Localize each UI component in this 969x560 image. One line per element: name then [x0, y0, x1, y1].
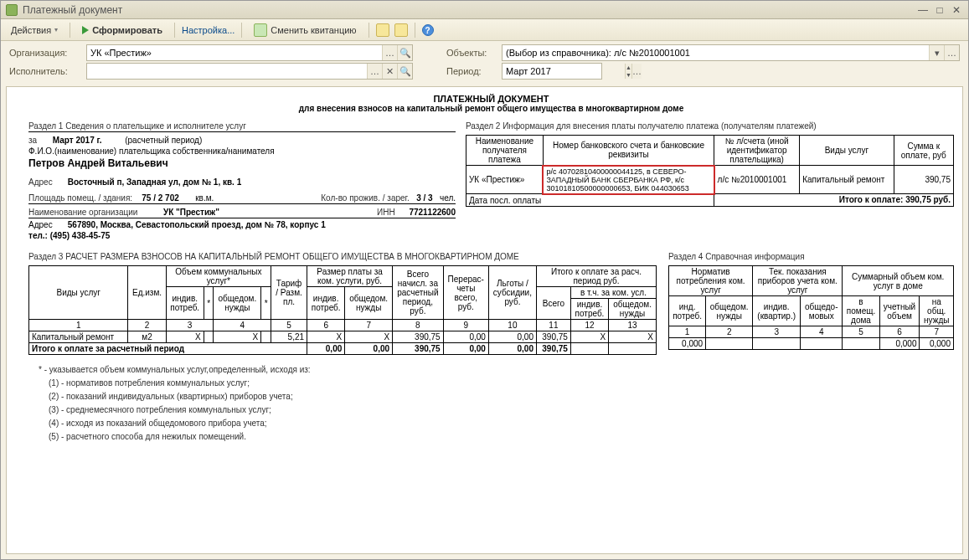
section3-title: Раздел 3 РАСЧЕТ РАЗМЕРА ВЗНОСОВ НА КАПИТ… — [28, 252, 657, 262]
footnotes: * - указывается объем коммунальных услуг… — [28, 363, 954, 444]
people-unit: чел. — [440, 193, 456, 203]
tool-icon-1[interactable] — [376, 23, 389, 37]
app-icon — [6, 4, 18, 16]
objects-input[interactable] — [503, 48, 929, 58]
addr2-label: Адрес — [28, 220, 65, 229]
za-label: за — [28, 136, 50, 145]
form-label: Сформировать — [92, 25, 162, 35]
executor-dots-button[interactable]: … — [367, 64, 382, 79]
chevron-down-icon: ▾ — [54, 26, 58, 33]
orgname-label: Наименование организации — [28, 208, 137, 217]
fio-label: Ф.И.О.(наименование) плательщика собстве… — [28, 146, 456, 156]
maximize-button[interactable]: □ — [933, 4, 946, 16]
s4-row: 0,000 0,000 0,000 — [669, 338, 954, 350]
s2-h2: Номер банковского счета и банковские рек… — [543, 136, 714, 166]
actions-menu[interactable]: Действия ▾ — [6, 23, 63, 37]
section3-table: Виды услуг Ед.изм. Объем коммунальных ус… — [28, 265, 657, 355]
section4-title: Раздел 4 Справочная информация — [668, 252, 954, 262]
period-up-button[interactable]: ▲ — [625, 64, 631, 71]
doc-subtitle: для внесения взносов на капитальный ремо… — [28, 104, 954, 113]
s2-r1c3: л/с №2010001001 — [714, 166, 800, 194]
section1-title: Раздел 1 Сведения о плательщике и исполн… — [28, 121, 456, 132]
titlebar: Платежный документ — □ ✕ — [1, 1, 968, 19]
objects-dots-button[interactable]: … — [944, 45, 959, 60]
section2-table: Наименование получателя платежа Номер ба… — [466, 135, 954, 207]
addr2-value: 567890, Москва, Севастопольский проезд, … — [68, 220, 326, 229]
payer-addr: Восточный п, Западная ул, дом № 1, кв. 1 — [68, 177, 241, 187]
org-search-button[interactable]: 🔍 — [397, 45, 412, 60]
orgname-value: УК "Престиж" — [163, 208, 219, 217]
doc-title: ПЛАТЕЖНЫЙ ДОКУМЕНТ — [28, 94, 954, 104]
settings-link[interactable]: Настройка... — [182, 25, 235, 35]
s2-h1: Наименование получателя платежа — [466, 136, 544, 166]
tel-value: (495) 438-45-75 — [50, 231, 111, 240]
period-input[interactable] — [503, 66, 625, 76]
s2-r1c5: 390,75 — [894, 166, 954, 194]
s2-foot-left: Дата посл. оплаты — [466, 194, 714, 207]
executor-clear-button[interactable]: ✕ — [382, 64, 397, 79]
actions-label: Действия — [11, 25, 51, 35]
s2-r1c1: УК «Престиж» — [466, 166, 544, 194]
change-receipt-button[interactable]: Сменить квитанцию — [249, 22, 361, 39]
payer-fio: Петров Андрей Витальевич — [28, 157, 456, 169]
executor-search-button[interactable]: 🔍 — [397, 64, 412, 79]
executor-input[interactable] — [87, 66, 367, 76]
note-4: (4) - исходя из показаний общедомового п… — [49, 417, 954, 430]
receipt-icon — [254, 23, 267, 37]
area-label: Площадь помещ. / здания: — [28, 193, 132, 203]
form-button[interactable]: Сформировать — [77, 23, 168, 37]
org-dots-button[interactable]: … — [382, 45, 397, 60]
section2-title: Раздел 2 Информация для внесения платы п… — [466, 121, 954, 131]
people-label: Кол-во прожив. / зарег. — [321, 193, 409, 203]
tel-label: тел.: — [28, 231, 48, 240]
s2-row: УК «Престиж» р/с 40702810400000044125, в… — [466, 166, 954, 194]
area-unit: кв.м. — [195, 193, 214, 203]
note-3: (3) - среднемесячного потребления коммун… — [49, 403, 954, 417]
period-label: Период: — [446, 66, 497, 76]
s2-h5: Сумма к оплате, руб — [894, 136, 954, 166]
period-combo[interactable]: ▲ ▼ … — [502, 63, 602, 80]
minimize-button[interactable]: — — [916, 4, 930, 16]
area-value: 75 / 2 702 — [142, 193, 178, 203]
inn-label: ИНН — [377, 208, 395, 217]
executor-label: Исполнитель: — [9, 66, 81, 76]
s3-total-row: Итого к оплате за расчетный период 0,00 … — [29, 343, 657, 355]
objects-combo[interactable]: ▾ … — [502, 44, 960, 61]
window-title: Платежный документ — [23, 4, 122, 16]
document-area: ПЛАТЕЖНЫЙ ДОКУМЕНТ для внесения взносов … — [6, 86, 963, 554]
org-label: Организация: — [9, 48, 81, 58]
close-button[interactable]: ✕ — [950, 4, 963, 16]
help-icon[interactable]: ? — [422, 24, 434, 36]
s3-row: Капитальный ремонт м2 X X 5,21 X X 390,7… — [29, 331, 657, 343]
change-receipt-label: Сменить квитанцию — [271, 25, 356, 35]
objects-drop-button[interactable]: ▾ — [929, 45, 944, 60]
period-dots-button[interactable]: … — [631, 64, 642, 79]
note-star: * - указывается объем коммунальных услуг… — [39, 363, 954, 377]
s2-h3: № л/счета (иной идентификатор плательщик… — [714, 136, 800, 166]
note-1: (1) - нормативов потребления коммунальны… — [49, 377, 954, 390]
calc-period-note: (расчетный период) — [125, 136, 202, 145]
period-down-button[interactable]: ▼ — [625, 71, 631, 79]
org-combo[interactable]: … 🔍 — [86, 44, 413, 61]
addr-label: Адрес — [28, 177, 65, 187]
play-icon — [82, 26, 89, 34]
calc-period: Март 2017 г. — [53, 136, 102, 145]
section4-table: Норматив потребления ком. услуг Тек. пок… — [668, 265, 954, 350]
executor-combo[interactable]: … ✕ 🔍 — [86, 63, 413, 80]
org-input[interactable] — [87, 48, 382, 58]
note-2: (2) - показаний индивидуальных (квартирн… — [49, 390, 954, 403]
tool-icon-2[interactable] — [394, 23, 408, 37]
s2-h4: Виды услуг — [800, 136, 894, 166]
s2-foot-right: Итого к оплате: 390,75 руб. — [714, 194, 954, 207]
s2-r1c2: р/с 40702810400000044125, в СЕВЕРО-ЗАПАД… — [543, 166, 714, 194]
s2-r1c4: Капитальный ремонт — [800, 166, 894, 194]
people-value: 3 / 3 — [416, 193, 432, 203]
toolbar: Действия ▾ Сформировать Настройка... Сме… — [1, 19, 968, 41]
note-5: (5) - расчетного способа для нежилых пом… — [49, 430, 954, 444]
objects-label: Объекты: — [446, 48, 497, 58]
inn-value: 7721122600 — [409, 208, 456, 217]
